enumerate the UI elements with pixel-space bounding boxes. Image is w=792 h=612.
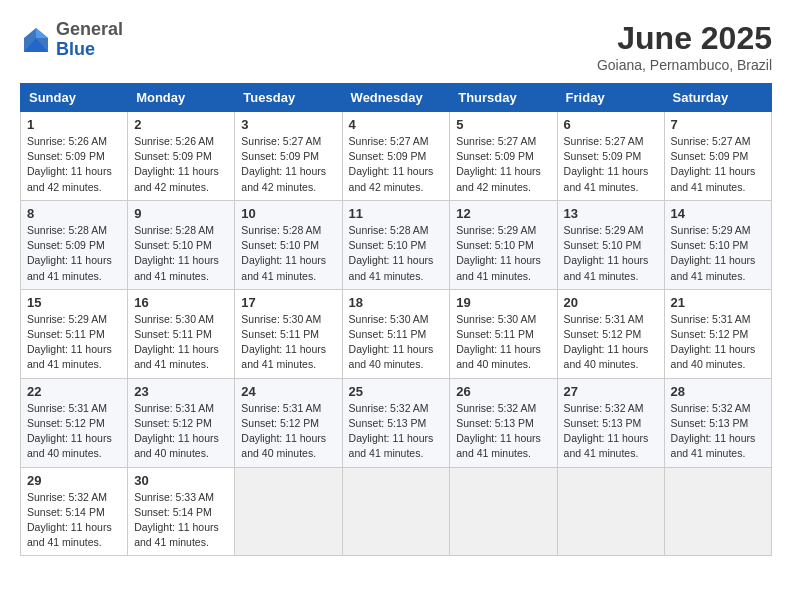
day-info: Sunrise: 5:27 AM Sunset: 5:09 PM Dayligh…: [241, 134, 335, 195]
calendar-cell: [450, 467, 557, 556]
day-info: Sunrise: 5:29 AM Sunset: 5:10 PM Dayligh…: [456, 223, 550, 284]
day-number: 2: [134, 117, 228, 132]
calendar-week-row: 8Sunrise: 5:28 AM Sunset: 5:09 PM Daylig…: [21, 200, 772, 289]
calendar-cell: 29Sunrise: 5:32 AM Sunset: 5:14 PM Dayli…: [21, 467, 128, 556]
calendar-cell: 2Sunrise: 5:26 AM Sunset: 5:09 PM Daylig…: [128, 112, 235, 201]
calendar-cell: [557, 467, 664, 556]
calendar-week-row: 29Sunrise: 5:32 AM Sunset: 5:14 PM Dayli…: [21, 467, 772, 556]
day-number: 30: [134, 473, 228, 488]
day-number: 19: [456, 295, 550, 310]
calendar-cell: [235, 467, 342, 556]
calendar-cell: 8Sunrise: 5:28 AM Sunset: 5:09 PM Daylig…: [21, 200, 128, 289]
logo-blue: Blue: [56, 39, 95, 59]
day-info: Sunrise: 5:27 AM Sunset: 5:09 PM Dayligh…: [456, 134, 550, 195]
day-number: 27: [564, 384, 658, 399]
calendar-cell: 6Sunrise: 5:27 AM Sunset: 5:09 PM Daylig…: [557, 112, 664, 201]
day-number: 23: [134, 384, 228, 399]
day-number: 26: [456, 384, 550, 399]
day-info: Sunrise: 5:29 AM Sunset: 5:10 PM Dayligh…: [671, 223, 765, 284]
day-info: Sunrise: 5:30 AM Sunset: 5:11 PM Dayligh…: [456, 312, 550, 373]
weekday-header: Friday: [557, 84, 664, 112]
day-info: Sunrise: 5:32 AM Sunset: 5:13 PM Dayligh…: [564, 401, 658, 462]
calendar-week-row: 22Sunrise: 5:31 AM Sunset: 5:12 PM Dayli…: [21, 378, 772, 467]
calendar-cell: 4Sunrise: 5:27 AM Sunset: 5:09 PM Daylig…: [342, 112, 450, 201]
day-number: 17: [241, 295, 335, 310]
logo-text: General Blue: [56, 20, 123, 60]
day-number: 25: [349, 384, 444, 399]
calendar-cell: 11Sunrise: 5:28 AM Sunset: 5:10 PM Dayli…: [342, 200, 450, 289]
day-number: 7: [671, 117, 765, 132]
calendar-cell: 23Sunrise: 5:31 AM Sunset: 5:12 PM Dayli…: [128, 378, 235, 467]
title-block: June 2025 Goiana, Pernambuco, Brazil: [597, 20, 772, 73]
weekday-header: Wednesday: [342, 84, 450, 112]
day-info: Sunrise: 5:33 AM Sunset: 5:14 PM Dayligh…: [134, 490, 228, 551]
calendar-cell: 15Sunrise: 5:29 AM Sunset: 5:11 PM Dayli…: [21, 289, 128, 378]
day-info: Sunrise: 5:27 AM Sunset: 5:09 PM Dayligh…: [671, 134, 765, 195]
day-info: Sunrise: 5:31 AM Sunset: 5:12 PM Dayligh…: [134, 401, 228, 462]
weekday-header: Tuesday: [235, 84, 342, 112]
page-header: General Blue June 2025 Goiana, Pernambuc…: [20, 20, 772, 73]
calendar-cell: 7Sunrise: 5:27 AM Sunset: 5:09 PM Daylig…: [664, 112, 771, 201]
calendar-cell: 28Sunrise: 5:32 AM Sunset: 5:13 PM Dayli…: [664, 378, 771, 467]
day-number: 20: [564, 295, 658, 310]
day-number: 18: [349, 295, 444, 310]
location: Goiana, Pernambuco, Brazil: [597, 57, 772, 73]
calendar-cell: 19Sunrise: 5:30 AM Sunset: 5:11 PM Dayli…: [450, 289, 557, 378]
logo-icon: [20, 24, 52, 56]
day-info: Sunrise: 5:32 AM Sunset: 5:14 PM Dayligh…: [27, 490, 121, 551]
day-number: 10: [241, 206, 335, 221]
calendar-cell: [664, 467, 771, 556]
calendar-cell: 26Sunrise: 5:32 AM Sunset: 5:13 PM Dayli…: [450, 378, 557, 467]
day-number: 6: [564, 117, 658, 132]
calendar-cell: 21Sunrise: 5:31 AM Sunset: 5:12 PM Dayli…: [664, 289, 771, 378]
day-info: Sunrise: 5:32 AM Sunset: 5:13 PM Dayligh…: [456, 401, 550, 462]
calendar-cell: 17Sunrise: 5:30 AM Sunset: 5:11 PM Dayli…: [235, 289, 342, 378]
day-info: Sunrise: 5:27 AM Sunset: 5:09 PM Dayligh…: [564, 134, 658, 195]
day-number: 16: [134, 295, 228, 310]
day-info: Sunrise: 5:26 AM Sunset: 5:09 PM Dayligh…: [134, 134, 228, 195]
day-info: Sunrise: 5:32 AM Sunset: 5:13 PM Dayligh…: [671, 401, 765, 462]
day-number: 13: [564, 206, 658, 221]
day-info: Sunrise: 5:31 AM Sunset: 5:12 PM Dayligh…: [27, 401, 121, 462]
day-info: Sunrise: 5:31 AM Sunset: 5:12 PM Dayligh…: [564, 312, 658, 373]
day-info: Sunrise: 5:30 AM Sunset: 5:11 PM Dayligh…: [134, 312, 228, 373]
day-info: Sunrise: 5:29 AM Sunset: 5:10 PM Dayligh…: [564, 223, 658, 284]
day-info: Sunrise: 5:28 AM Sunset: 5:10 PM Dayligh…: [349, 223, 444, 284]
day-info: Sunrise: 5:28 AM Sunset: 5:10 PM Dayligh…: [241, 223, 335, 284]
day-info: Sunrise: 5:31 AM Sunset: 5:12 PM Dayligh…: [671, 312, 765, 373]
calendar-cell: 22Sunrise: 5:31 AM Sunset: 5:12 PM Dayli…: [21, 378, 128, 467]
calendar-week-row: 15Sunrise: 5:29 AM Sunset: 5:11 PM Dayli…: [21, 289, 772, 378]
day-number: 4: [349, 117, 444, 132]
day-info: Sunrise: 5:28 AM Sunset: 5:09 PM Dayligh…: [27, 223, 121, 284]
logo: General Blue: [20, 20, 123, 60]
calendar-cell: 24Sunrise: 5:31 AM Sunset: 5:12 PM Dayli…: [235, 378, 342, 467]
day-number: 22: [27, 384, 121, 399]
day-number: 12: [456, 206, 550, 221]
calendar-cell: 1Sunrise: 5:26 AM Sunset: 5:09 PM Daylig…: [21, 112, 128, 201]
svg-marker-1: [36, 28, 48, 38]
calendar-cell: 25Sunrise: 5:32 AM Sunset: 5:13 PM Dayli…: [342, 378, 450, 467]
calendar-cell: 14Sunrise: 5:29 AM Sunset: 5:10 PM Dayli…: [664, 200, 771, 289]
month-title: June 2025: [597, 20, 772, 57]
day-number: 11: [349, 206, 444, 221]
calendar-cell: 18Sunrise: 5:30 AM Sunset: 5:11 PM Dayli…: [342, 289, 450, 378]
calendar-cell: 10Sunrise: 5:28 AM Sunset: 5:10 PM Dayli…: [235, 200, 342, 289]
calendar-table: SundayMondayTuesdayWednesdayThursdayFrid…: [20, 83, 772, 556]
day-number: 1: [27, 117, 121, 132]
calendar-cell: 3Sunrise: 5:27 AM Sunset: 5:09 PM Daylig…: [235, 112, 342, 201]
calendar-cell: 27Sunrise: 5:32 AM Sunset: 5:13 PM Dayli…: [557, 378, 664, 467]
day-number: 3: [241, 117, 335, 132]
calendar-header-row: SundayMondayTuesdayWednesdayThursdayFrid…: [21, 84, 772, 112]
calendar-cell: 20Sunrise: 5:31 AM Sunset: 5:12 PM Dayli…: [557, 289, 664, 378]
day-info: Sunrise: 5:29 AM Sunset: 5:11 PM Dayligh…: [27, 312, 121, 373]
weekday-header: Monday: [128, 84, 235, 112]
weekday-header: Sunday: [21, 84, 128, 112]
day-number: 28: [671, 384, 765, 399]
weekday-header: Saturday: [664, 84, 771, 112]
day-number: 29: [27, 473, 121, 488]
day-number: 8: [27, 206, 121, 221]
calendar-cell: 30Sunrise: 5:33 AM Sunset: 5:14 PM Dayli…: [128, 467, 235, 556]
day-number: 14: [671, 206, 765, 221]
day-number: 9: [134, 206, 228, 221]
day-info: Sunrise: 5:31 AM Sunset: 5:12 PM Dayligh…: [241, 401, 335, 462]
